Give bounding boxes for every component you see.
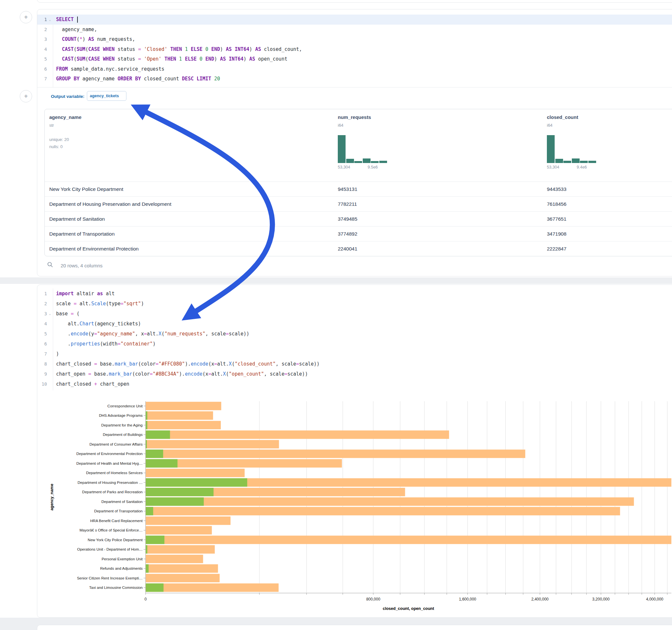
code-line[interactable]: 4 alt.Chart(agency_tickets)	[37, 319, 672, 329]
fold-toggle-icon[interactable]: ⌄	[47, 18, 53, 21]
y-axis-label: Department of Homeless Services	[86, 471, 143, 475]
line-number: 2	[37, 27, 47, 32]
histogram-bar	[338, 135, 345, 163]
line-number: 7	[37, 76, 47, 81]
code-line[interactable]: 8chart_closed = base.mark_bar(color="#FF…	[37, 359, 672, 369]
code-line[interactable]: 5 CAST(SUM(CASE WHEN status = 'Open' THE…	[37, 54, 672, 64]
cell-num_requests: 3774892	[338, 231, 357, 237]
code-line[interactable]: 4 CAST(SUM(CASE WHEN status = 'Closed' T…	[37, 44, 672, 54]
bar-closed-count	[146, 574, 220, 582]
bar-closed-count	[146, 564, 218, 573]
code-line[interactable]: 3 COUNT(*) AS num_requests,	[37, 34, 672, 44]
column-header-num_requests[interactable]: num_requestsi6453,3049.5e6	[338, 109, 545, 181]
bar-closed-count	[146, 545, 215, 554]
column-header-agency_name[interactable]: agency_namestrunique: 20nulls: 0	[49, 109, 257, 181]
cell-agency_name: New York City Police Department	[49, 186, 123, 192]
cell-closed_count: 7618456	[547, 201, 566, 207]
code-line[interactable]: 6 .properties(width="container")	[37, 339, 672, 349]
y-axis-label: Department of Health and Mental Hyg…	[76, 461, 143, 465]
table-row: Department of Environmental Protection22…	[45, 241, 672, 256]
code-line[interactable]: 6FROM sample_data.nyc.service_requests	[37, 64, 672, 74]
bar-closed-count	[146, 555, 203, 563]
line-number: 9	[37, 371, 47, 377]
table-shape-summary: 20 rows, 4 columns	[61, 263, 102, 268]
bar-open-count	[146, 488, 214, 496]
line-number: 3	[37, 311, 47, 316]
line-number: 8	[37, 361, 47, 366]
table-row: Department of Transportation377489234719…	[45, 226, 672, 241]
bar-open-count	[146, 411, 147, 420]
cell-closed_count: 3677651	[547, 216, 566, 222]
code-line[interactable]: 2 agency_name,	[37, 25, 672, 35]
line-number: 1	[37, 17, 47, 22]
python-code-editor[interactable]: 1import altair as alt2scale = alt.Scale(…	[37, 288, 672, 390]
output-variable-label: Output variable:	[51, 94, 85, 99]
y-axis-label: Department of Consumer Affairs	[90, 442, 143, 446]
code-line[interactable]: 10chart_closed + chart_open	[37, 379, 672, 389]
y-axis-label: Personal Exemption Unit	[101, 557, 143, 561]
column-type: i64	[338, 123, 343, 128]
code-line[interactable]: 2scale = alt.Scale(type="sqrt")	[37, 298, 672, 309]
cell-agency_name: Department of Housing Preservation and D…	[49, 201, 171, 207]
x-axis-tick-label: 2,400,000	[531, 597, 549, 602]
table-row: Department of Sanitation37494853677651	[45, 211, 672, 226]
bar-closed-count	[146, 498, 634, 506]
sql-code-editor[interactable]: 1⌄SELECT 2 agency_name,3 COUNT(*) AS num…	[37, 15, 672, 87]
code-line[interactable]: 1⌄SELECT	[37, 15, 672, 25]
search-icon[interactable]	[47, 262, 53, 269]
text-cursor	[77, 17, 78, 23]
code-line[interactable]: 1import altair as alt	[37, 288, 672, 298]
code-text: chart_open = base.mark_bar(color="#8BC34…	[53, 371, 308, 377]
line-number: 6	[37, 341, 47, 346]
fold-toggle-icon[interactable]: ⌄	[47, 312, 53, 315]
line-number: 3	[37, 37, 47, 42]
bar-open-count	[146, 498, 204, 506]
add-cell-button-output[interactable]: +	[20, 90, 32, 102]
column-type: str	[49, 123, 54, 128]
altair-bar-chart: Correspondence UnitDHS Advantage Program…	[37, 397, 671, 618]
histogram-bar	[354, 161, 362, 163]
code-text: COUNT(*) AS num_requests,	[53, 36, 135, 42]
code-text: CAST(SUM(CASE WHEN status = 'Open' THEN …	[53, 56, 287, 62]
histogram-bar	[379, 161, 387, 163]
y-axis-label: Department of Transportation	[94, 509, 143, 513]
column-header-closed_count[interactable]: closed_counti6453,3049.4e6	[547, 109, 672, 181]
y-axis-label: New York City Police Department	[88, 538, 143, 542]
code-text: SELECT	[53, 17, 78, 23]
y-axis-label: DHS Advantage Programs	[99, 413, 143, 417]
line-number: 6	[37, 67, 47, 72]
histogram-min-label: 53,304	[338, 165, 350, 169]
y-axis-title: agency_name	[50, 484, 54, 511]
line-number: 5	[37, 331, 47, 336]
x-axis-tick-label: 3,200,000	[592, 597, 610, 602]
code-line[interactable]: 3⌄base = (	[37, 309, 672, 319]
line-number: 4	[37, 321, 47, 326]
table-row: Department of Housing Preservation and D…	[45, 196, 672, 212]
bar-closed-count	[146, 468, 245, 477]
code-text: FROM sample_data.nyc.service_requests	[53, 66, 164, 72]
column-name: closed_count	[547, 114, 578, 120]
result-table: agency_namestrunique: 20nulls: 0num_requ…	[44, 109, 672, 256]
output-variable-pill[interactable]: agency_tickets	[87, 91, 126, 101]
cell-num_requests: 7782211	[338, 201, 357, 207]
cell-closed_count: 3471908	[547, 231, 566, 237]
code-text: chart_closed + chart_open	[53, 381, 129, 387]
cell-num_requests: 9453131	[338, 186, 357, 192]
histogram-bar	[346, 159, 354, 163]
code-line[interactable]: 5 .encode(y="agency_name", x=alt.X("num_…	[37, 329, 672, 339]
cell-num_requests: 2240041	[338, 246, 357, 252]
y-axis-label: Department for the Aging	[101, 423, 143, 427]
cell-agency_name: Department of Environmental Protection	[49, 246, 139, 252]
bar-closed-count	[146, 583, 279, 592]
x-axis-tick-label: 800,000	[366, 597, 381, 602]
bar-closed-count	[146, 411, 213, 420]
x-axis-title: closed_count, open_count	[383, 606, 434, 611]
add-cell-button-top[interactable]: +	[20, 11, 32, 23]
histogram-bar	[547, 135, 555, 163]
code-line[interactable]: 7GROUP BY agency_name ORDER BY closed_co…	[37, 74, 672, 84]
code-line[interactable]: 7)	[37, 349, 672, 359]
code-line[interactable]: 9chart_open = base.mark_bar(color="#8BC3…	[37, 369, 672, 379]
cell-num_requests: 3749485	[338, 216, 357, 222]
output-variable-row: Output variable: agency_tickets	[37, 87, 672, 105]
bar-closed-count	[146, 430, 449, 439]
